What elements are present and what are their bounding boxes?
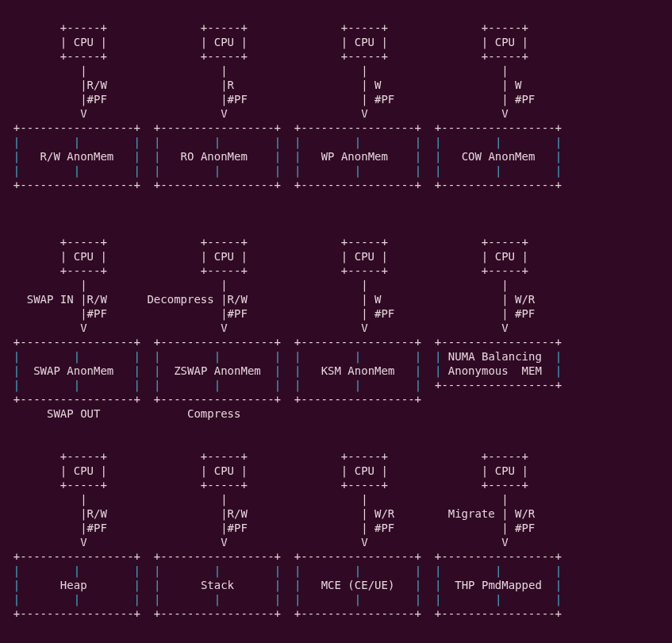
ascii-diagram: +-----+ +-----+ +-----+ +-----+ | CPU | … bbox=[0, 21, 569, 634]
terminal-screen: +-----+ +-----+ +-----+ +-----+ | CPU | … bbox=[0, 14, 672, 641]
